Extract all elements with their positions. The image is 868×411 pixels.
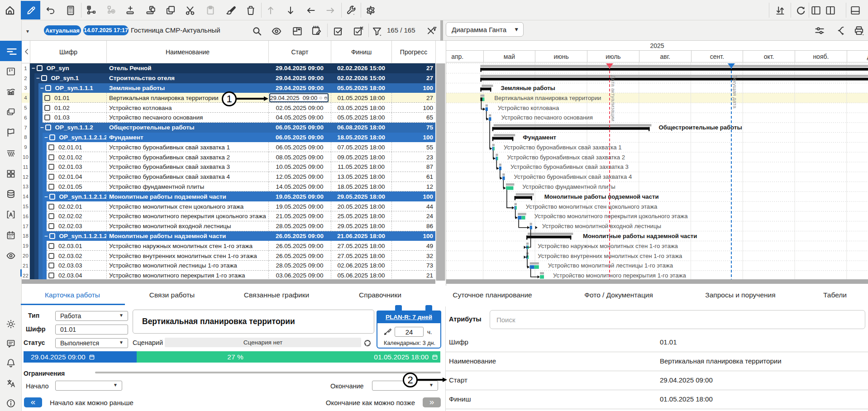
svg-text:Фундамент: Фундамент — [523, 134, 556, 141]
svg-text:Устройство буронабивных свай з: Устройство буронабивных свай захватка 3 — [510, 163, 629, 170]
svg-text:Устройство внутренних монолитн: Устройство внутренних монолитных стен 1-… — [538, 253, 682, 259]
svg-text:Устройство котлована: Устройство котлована — [498, 105, 559, 111]
svg-text:Общестроительные работы: Общестроительные работы — [659, 124, 742, 131]
svg-text:Устройство буронабивных свай з: Устройство буронабивных свай захватка 2 — [507, 154, 625, 161]
svg-text:Устройство буронабивных свай з: Устройство буронабивных свай захватка 4 — [514, 173, 632, 180]
svg-text:Дата актуализации: Дата актуализации — [610, 75, 616, 121]
svg-text:Устройство фундаментной плиты: Устройство фундаментной плиты — [522, 183, 615, 190]
svg-text:Текущая дата: Текущая дата — [732, 75, 738, 109]
svg-text:Устройство буронабивных свай з: Устройство буронабивных свай захватка 1 — [504, 144, 622, 151]
svg-text:Устройство монолитных стен цок: Устройство монолитных стен цокольного эт… — [526, 203, 658, 210]
svg-text:Устройство песчаного основания: Устройство песчаного основания — [501, 114, 592, 121]
svg-text:Земляные работы: Земляные работы — [501, 85, 555, 91]
svg-text:Устройство монолитной входной: Устройство монолитной входной лестницы — [542, 223, 661, 229]
svg-text:Монолитные работы подземной ча: Монолитные работы подземной части — [544, 193, 659, 200]
svg-text:Устройство монолитного перекры: Устройство монолитного перекрытия цоколь… — [534, 213, 688, 220]
svg-text:Монолитные работы надземной ча: Монолитные работы надземной части — [583, 233, 697, 239]
svg-text:Устройство наружных монолитных: Устройство наружных монолитных стен 1-го… — [538, 243, 678, 249]
svg-text:Вертикальная планировка террит: Вертикальная планировка территории — [494, 95, 601, 101]
svg-text:Устройство монолитной лестницы: Устройство монолитной лестницы 1-го этаж… — [548, 262, 673, 269]
svg-text:Устройство монолитного перекры: Устройство монолитного перекрытия 1-го э… — [553, 272, 686, 279]
